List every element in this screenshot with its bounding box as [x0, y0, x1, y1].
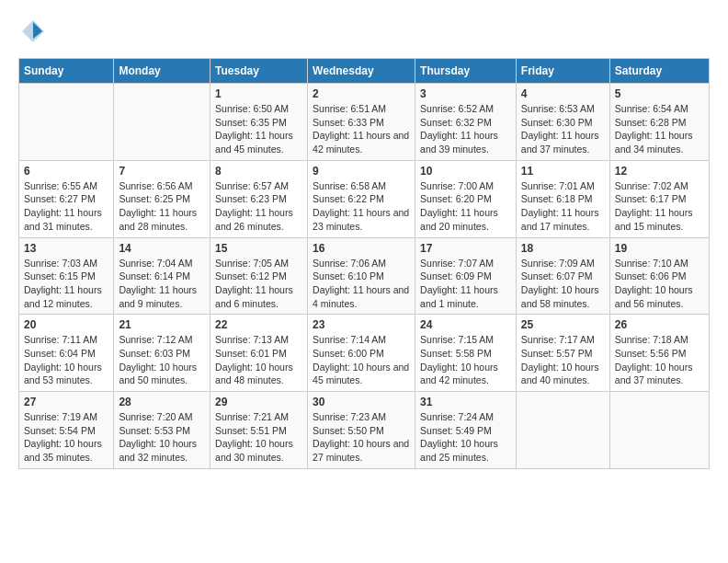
- sunrise-text: Sunrise: 6:53 AM: [521, 103, 595, 114]
- daylight-text: Daylight: 10 hours and 58 minutes.: [521, 284, 599, 309]
- day-number: 22: [215, 318, 302, 331]
- calendar-cell: [19, 84, 114, 161]
- sunset-text: Sunset: 5:51 PM: [215, 425, 287, 436]
- calendar-cell: [114, 84, 210, 161]
- day-number: 27: [24, 396, 108, 408]
- calendar-cell: 9 Sunrise: 6:58 AM Sunset: 6:22 PM Dayli…: [308, 160, 415, 237]
- header-cell-wednesday: Wednesday: [308, 59, 415, 84]
- day-detail: Sunrise: 6:57 AM Sunset: 6:23 PM Dayligh…: [215, 179, 302, 234]
- calendar-cell: 22 Sunrise: 7:13 AM Sunset: 6:01 PM Dayl…: [210, 315, 308, 392]
- calendar-cell: 13 Sunrise: 7:03 AM Sunset: 6:15 PM Dayl…: [19, 237, 114, 315]
- calendar-cell: 15 Sunrise: 7:05 AM Sunset: 6:12 PM Dayl…: [210, 237, 308, 315]
- logo: [18, 18, 46, 49]
- sunrise-text: Sunrise: 6:51 AM: [313, 103, 386, 114]
- daylight-text: Daylight: 11 hours and 39 minutes.: [420, 130, 498, 155]
- sunset-text: Sunset: 5:50 PM: [313, 425, 384, 436]
- header-cell-thursday: Thursday: [415, 59, 517, 84]
- daylight-text: Daylight: 10 hours and 42 minutes.: [420, 362, 498, 386]
- day-number: 29: [215, 396, 302, 408]
- daylight-text: Daylight: 11 hours and 23 minutes.: [313, 207, 409, 232]
- sunrise-text: Sunrise: 6:58 AM: [313, 180, 386, 191]
- day-number: 8: [215, 165, 302, 178]
- day-number: 11: [521, 165, 605, 178]
- day-number: 20: [24, 318, 108, 331]
- day-detail: Sunrise: 7:06 AM Sunset: 6:10 PM Dayligh…: [313, 257, 410, 311]
- sunset-text: Sunset: 6:06 PM: [615, 270, 687, 282]
- calendar-cell: 14 Sunrise: 7:04 AM Sunset: 6:14 PM Dayl…: [114, 237, 210, 315]
- day-number: 21: [119, 318, 205, 331]
- calendar-cell: 19 Sunrise: 7:10 AM Sunset: 6:06 PM Dayl…: [609, 237, 709, 315]
- sunrise-text: Sunrise: 6:56 AM: [119, 180, 192, 191]
- day-detail: Sunrise: 7:13 AM Sunset: 6:01 PM Dayligh…: [215, 333, 302, 387]
- day-detail: Sunrise: 6:55 AM Sunset: 6:27 PM Dayligh…: [24, 179, 108, 234]
- sunrise-text: Sunrise: 7:01 AM: [521, 180, 595, 191]
- sunset-text: Sunset: 6:25 PM: [119, 193, 190, 204]
- sunrise-text: Sunrise: 7:12 AM: [119, 334, 192, 345]
- daylight-text: Daylight: 11 hours and 12 minutes.: [24, 284, 102, 309]
- sunset-text: Sunset: 6:00 PM: [313, 348, 384, 359]
- day-number: 4: [521, 87, 605, 100]
- day-detail: Sunrise: 7:20 AM Sunset: 5:53 PM Dayligh…: [119, 410, 205, 465]
- calendar-cell: 24 Sunrise: 7:15 AM Sunset: 5:58 PM Dayl…: [415, 315, 517, 392]
- sunset-text: Sunset: 6:12 PM: [215, 270, 287, 282]
- sunrise-text: Sunrise: 6:57 AM: [215, 180, 289, 191]
- calendar-cell: 7 Sunrise: 6:56 AM Sunset: 6:25 PM Dayli…: [114, 160, 210, 237]
- calendar-cell: [516, 392, 609, 469]
- header-cell-tuesday: Tuesday: [210, 59, 308, 84]
- sunrise-text: Sunrise: 7:20 AM: [119, 411, 192, 422]
- calendar-cell: 3 Sunrise: 6:52 AM Sunset: 6:32 PM Dayli…: [415, 84, 517, 161]
- day-number: 28: [119, 396, 205, 408]
- sunset-text: Sunset: 6:32 PM: [420, 117, 492, 128]
- sunset-text: Sunset: 6:22 PM: [313, 193, 384, 204]
- calendar-cell: 25 Sunrise: 7:17 AM Sunset: 5:57 PM Dayl…: [516, 315, 609, 392]
- sunrise-text: Sunrise: 7:07 AM: [420, 258, 494, 269]
- sunset-text: Sunset: 6:23 PM: [215, 193, 287, 204]
- calendar-row: 27 Sunrise: 7:19 AM Sunset: 5:54 PM Dayl…: [19, 392, 710, 469]
- day-detail: Sunrise: 7:03 AM Sunset: 6:15 PM Dayligh…: [24, 257, 108, 311]
- sunrise-text: Sunrise: 7:13 AM: [215, 334, 289, 345]
- logo-icon: [20, 18, 46, 44]
- calendar-row: 13 Sunrise: 7:03 AM Sunset: 6:15 PM Dayl…: [19, 237, 710, 315]
- calendar-cell: 5 Sunrise: 6:54 AM Sunset: 6:28 PM Dayli…: [609, 84, 709, 161]
- sunrise-text: Sunrise: 7:11 AM: [24, 334, 97, 345]
- day-detail: Sunrise: 7:07 AM Sunset: 6:09 PM Dayligh…: [420, 257, 511, 311]
- day-number: 23: [313, 318, 410, 331]
- day-number: 1: [215, 87, 302, 100]
- sunrise-text: Sunrise: 7:21 AM: [215, 411, 289, 422]
- daylight-text: Daylight: 10 hours and 56 minutes.: [615, 284, 693, 309]
- day-number: 30: [313, 396, 410, 408]
- day-detail: Sunrise: 7:09 AM Sunset: 6:07 PM Dayligh…: [521, 257, 605, 311]
- logo-text: [18, 18, 46, 49]
- day-number: 31: [420, 396, 511, 408]
- daylight-text: Daylight: 10 hours and 53 minutes.: [24, 362, 102, 386]
- sunset-text: Sunset: 6:35 PM: [215, 117, 287, 128]
- day-detail: Sunrise: 7:18 AM Sunset: 5:56 PM Dayligh…: [615, 333, 704, 387]
- sunrise-text: Sunrise: 6:54 AM: [615, 103, 688, 114]
- calendar-cell: 4 Sunrise: 6:53 AM Sunset: 6:30 PM Dayli…: [516, 84, 609, 161]
- calendar-cell: 31 Sunrise: 7:24 AM Sunset: 5:49 PM Dayl…: [415, 392, 517, 469]
- daylight-text: Daylight: 11 hours and 4 minutes.: [313, 284, 409, 309]
- sunset-text: Sunset: 5:54 PM: [24, 425, 96, 436]
- daylight-text: Daylight: 11 hours and 20 minutes.: [420, 207, 498, 232]
- sunrise-text: Sunrise: 7:06 AM: [313, 258, 386, 269]
- calendar-cell: 8 Sunrise: 6:57 AM Sunset: 6:23 PM Dayli…: [210, 160, 308, 237]
- day-detail: Sunrise: 7:00 AM Sunset: 6:20 PM Dayligh…: [420, 179, 511, 234]
- calendar-table: SundayMondayTuesdayWednesdayThursdayFrid…: [18, 58, 710, 469]
- day-detail: Sunrise: 6:54 AM Sunset: 6:28 PM Dayligh…: [615, 102, 704, 156]
- daylight-text: Daylight: 11 hours and 6 minutes.: [215, 284, 293, 309]
- day-number: 18: [521, 242, 605, 255]
- calendar-cell: 10 Sunrise: 7:00 AM Sunset: 6:20 PM Dayl…: [415, 160, 517, 237]
- day-number: 25: [521, 318, 605, 331]
- calendar-cell: 16 Sunrise: 7:06 AM Sunset: 6:10 PM Dayl…: [308, 237, 415, 315]
- sunset-text: Sunset: 5:57 PM: [521, 348, 593, 359]
- day-detail: Sunrise: 7:15 AM Sunset: 5:58 PM Dayligh…: [420, 333, 511, 387]
- day-number: 13: [24, 242, 108, 255]
- day-number: 7: [119, 165, 205, 178]
- day-number: 3: [420, 87, 511, 100]
- day-detail: Sunrise: 6:53 AM Sunset: 6:30 PM Dayligh…: [521, 102, 605, 156]
- day-number: 17: [420, 242, 511, 255]
- sunset-text: Sunset: 6:17 PM: [615, 193, 687, 204]
- calendar-cell: 27 Sunrise: 7:19 AM Sunset: 5:54 PM Dayl…: [19, 392, 114, 469]
- day-detail: Sunrise: 7:10 AM Sunset: 6:06 PM Dayligh…: [615, 257, 704, 311]
- daylight-text: Daylight: 11 hours and 1 minute.: [420, 284, 498, 309]
